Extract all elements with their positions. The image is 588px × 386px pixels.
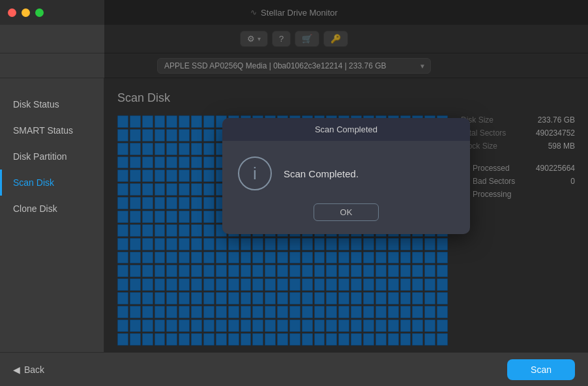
maximize-button[interactable] (35, 8, 44, 17)
info-icon: i (238, 156, 272, 190)
ok-button[interactable]: OK (314, 203, 379, 221)
dialog-message: Scan Completed. (284, 168, 359, 179)
sidebar-item-disk-partition[interactable]: Disk Partition (0, 143, 104, 170)
scan-button[interactable]: Scan (507, 359, 575, 380)
sidebar-item-clone-disk[interactable]: Clone Disk (0, 196, 104, 222)
dialog-body: i Scan Completed. (222, 141, 470, 203)
close-button[interactable] (8, 8, 16, 17)
scan-completed-dialog: Scan Completed i Scan Completed. OK (222, 118, 470, 234)
dialog-footer: OK (222, 203, 470, 234)
sidebar-item-disk-status[interactable]: Disk Status (0, 91, 104, 117)
back-chevron-icon: ◀ (13, 364, 20, 375)
bottom-bar: ◀ Back Scan (0, 352, 588, 386)
window-controls[interactable] (8, 8, 44, 17)
minimize-button[interactable] (22, 8, 30, 17)
dialog-overlay: Scan Completed i Scan Completed. OK (104, 0, 588, 352)
sidebar: Disk Status SMART Status Disk Partition … (0, 78, 104, 352)
back-button[interactable]: ◀ Back (13, 364, 44, 375)
sidebar-item-smart-status[interactable]: SMART Status (0, 117, 104, 143)
dialog-header: Scan Completed (222, 118, 470, 141)
sidebar-item-scan-disk[interactable]: Scan Disk (0, 170, 104, 196)
